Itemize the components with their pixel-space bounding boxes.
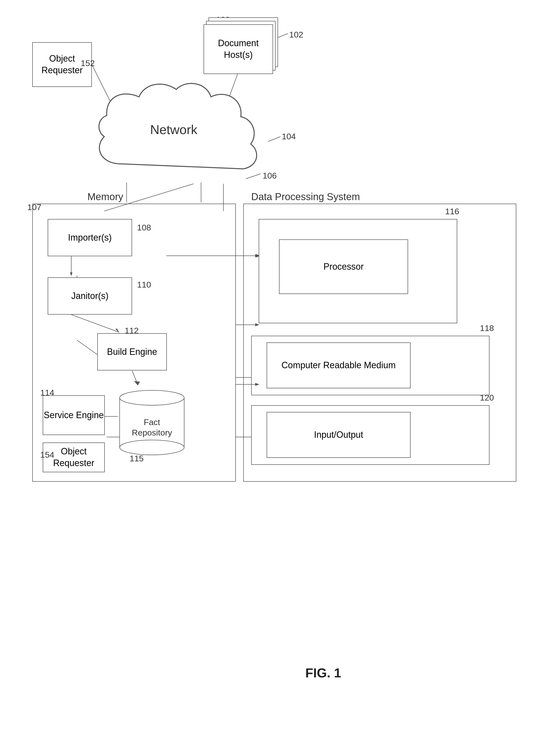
fig-label: FIG. 1 <box>305 665 341 680</box>
input-output-box: Input/Output <box>267 412 411 458</box>
importers-label: Importer(s) <box>68 232 112 243</box>
svg-text:Repository: Repository <box>132 428 172 437</box>
svg-marker-35 <box>255 383 259 386</box>
ref-112: 112 <box>125 326 139 335</box>
janitors-box: Janitor(s) <box>48 277 132 314</box>
doc-page-3: Document Host(s) <box>204 24 273 74</box>
ref-154: 154 <box>40 450 54 460</box>
diagram-container: 100 ∖ Document Host(s) 102 Object Reques… <box>20 10 541 720</box>
cylinder-svg: Fact Repository <box>117 388 187 458</box>
svg-point-26 <box>120 440 184 455</box>
line-imp-proc <box>236 253 263 258</box>
ref-116: 116 <box>445 206 459 217</box>
arrow-imp-jan <box>70 256 72 278</box>
svg-text:Fact: Fact <box>144 418 160 427</box>
svg-marker-19 <box>70 272 72 276</box>
svg-marker-33 <box>255 323 259 326</box>
ref-108: 108 <box>137 223 151 232</box>
ref-120: 120 <box>480 392 494 403</box>
service-engine-label: Service Engine <box>44 410 104 421</box>
ref-115: 115 <box>130 454 144 463</box>
janitors-label: Janitor(s) <box>71 290 108 302</box>
document-hosts-label: Document Host(s) <box>204 37 273 61</box>
network-cloud: Network <box>84 77 273 191</box>
io-outer-box: 120 Input/Output <box>251 405 490 465</box>
processor-label: Processor <box>323 261 364 273</box>
build-engine-box: Build Engine <box>97 333 167 371</box>
importers-box: Importer(s) <box>48 219 132 256</box>
svg-line-20 <box>71 314 118 332</box>
crm-outer-box: 118 Computer Readable Medium <box>251 336 490 395</box>
ref-114: 114 <box>40 388 54 398</box>
ref-110: 110 <box>137 280 151 289</box>
fact-repository-cylinder: Fact Repository <box>117 388 187 458</box>
computer-readable-medium-box: Computer Readable Medium <box>267 342 411 389</box>
line-svc-fact <box>104 415 119 418</box>
svg-text:Network: Network <box>150 122 198 137</box>
crm-label: Computer Readable Medium <box>281 359 396 371</box>
io-label: Input/Output <box>314 429 363 441</box>
ref-118: 118 <box>480 322 494 333</box>
svg-line-22 <box>132 371 137 383</box>
service-engine-box: Service Engine <box>43 395 105 435</box>
ref-106: 106 <box>263 171 277 180</box>
data-processing-system-box: Data Processing System 116 Processor 118… <box>243 204 516 482</box>
build-engine-label: Build Engine <box>107 346 157 358</box>
memory-box: Memory Importer(s) 108 Janitor(s) 110 Bu… <box>32 204 236 482</box>
line-mem-crm <box>236 322 263 327</box>
ref-102: 102 <box>289 30 303 39</box>
cloud-down-lines <box>97 182 236 207</box>
svg-marker-23 <box>134 381 140 386</box>
processor-subbox: 116 Processor <box>259 219 457 323</box>
ref-104: 104 <box>282 132 296 141</box>
svg-point-25 <box>120 390 184 405</box>
processor-box: Processor <box>279 239 408 294</box>
line-mem-io <box>236 382 263 387</box>
ref-152: 152 <box>81 58 95 68</box>
svg-marker-31 <box>255 254 259 257</box>
dps-label: Data Processing System <box>251 191 360 202</box>
